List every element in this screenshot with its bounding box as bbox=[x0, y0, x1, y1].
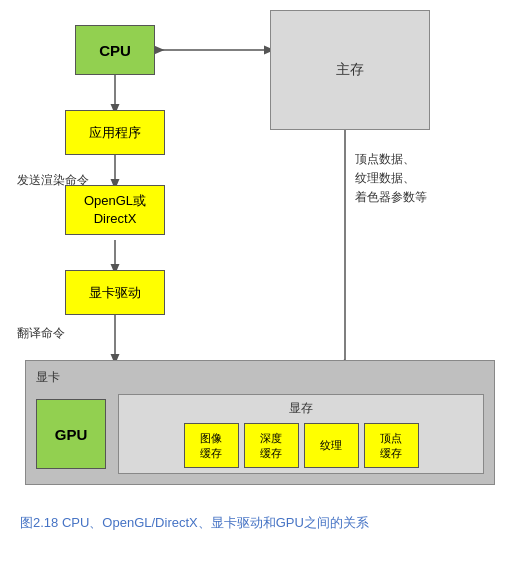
gpu-box: GPU bbox=[36, 399, 106, 469]
vram-item-1: 深度缓存 bbox=[244, 423, 299, 468]
cpu-box: CPU bbox=[75, 25, 155, 75]
diagram-container: 主存 horizontal double arrow --> 显存 double… bbox=[0, 0, 531, 575]
main-mem-box: 主存 bbox=[270, 10, 430, 130]
diagram: 主存 horizontal double arrow --> 显存 double… bbox=[15, 10, 525, 510]
vram-item-3: 顶点缓存 bbox=[364, 423, 419, 468]
vram-label: 显存 bbox=[127, 400, 475, 417]
gpu-card-container: 显卡 GPU 显存 图像缓存 深度缓存 纹理 顶点缓存 bbox=[25, 360, 495, 485]
gpu-card-label: 显卡 bbox=[36, 369, 484, 386]
vram-item-2: 纹理 bbox=[304, 423, 359, 468]
vram-item-0: 图像缓存 bbox=[184, 423, 239, 468]
opengl-box: OpenGL或 DirectX bbox=[65, 185, 165, 235]
vertex-data-label: 顶点数据、 纹理数据、 着色器参数等 bbox=[355, 150, 427, 208]
caption: 图2.18 CPU、OpenGL/DirectX、显卡驱动和GPU之间的关系 bbox=[15, 514, 516, 532]
app-box: 应用程序 bbox=[65, 110, 165, 155]
vram-section: 显存 图像缓存 深度缓存 纹理 顶点缓存 bbox=[118, 394, 484, 474]
translate-cmd-label: 翻译命令 bbox=[17, 325, 65, 342]
driver-box: 显卡驱动 bbox=[65, 270, 165, 315]
